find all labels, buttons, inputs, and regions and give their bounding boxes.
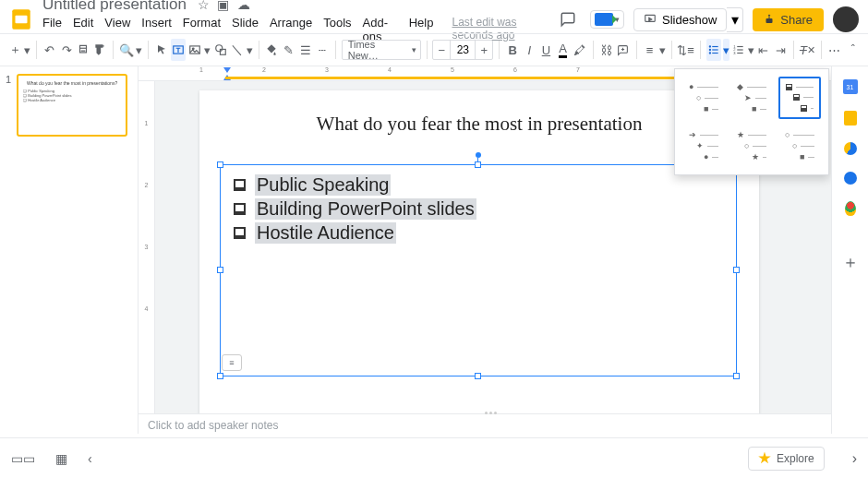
slideshow-dropdown[interactable]: ▾ <box>727 7 743 32</box>
clear-formatting-button[interactable]: T✕ <box>800 39 815 61</box>
svg-point-12 <box>708 49 710 51</box>
slide-thumbnail-1[interactable]: What do you fear the most in presentatio… <box>17 74 127 137</box>
calendar-icon[interactable] <box>843 79 858 94</box>
svg-rect-11 <box>712 46 717 47</box>
select-tool[interactable] <box>154 39 169 61</box>
keep-icon[interactable] <box>844 111 857 125</box>
move-icon[interactable]: ▣ <box>217 0 229 12</box>
svg-text:3: 3 <box>733 51 736 55</box>
grid-view-icon[interactable]: ▦ <box>55 451 67 466</box>
resize-handle[interactable] <box>217 267 223 273</box>
line-dropdown[interactable]: ▾ <box>247 39 253 61</box>
notes-resize-grip[interactable] <box>485 412 505 415</box>
autofit-toggle[interactable]: ≡ <box>222 354 242 371</box>
border-color-button[interactable]: ✎ <box>282 39 296 61</box>
resize-handle[interactable] <box>217 161 223 168</box>
italic-button[interactable]: I <box>522 39 536 61</box>
zoom-button[interactable]: 🔍 <box>119 39 134 61</box>
bold-button[interactable]: B <box>505 39 520 61</box>
bulleted-list-button[interactable] <box>706 39 721 61</box>
bullet-option-checkbox[interactable] <box>778 77 821 119</box>
textbox-selection[interactable]: Public Speaking Building PowerPoint slid… <box>220 164 737 376</box>
font-size-value[interactable]: 23 <box>450 41 476 59</box>
hide-sidepanel-icon[interactable]: › <box>852 450 857 467</box>
numbered-list-dropdown[interactable]: ▾ <box>748 39 754 61</box>
fill-color-button[interactable] <box>264 39 279 61</box>
bullet-option-disc[interactable]: ● ○ ■ <box>682 77 725 119</box>
font-size-control[interactable]: − 23 + <box>432 40 493 60</box>
bullet-list[interactable]: Public Speaking Building PowerPoint slid… <box>221 165 736 244</box>
app-header: Untitled presentation ☆ ▣ ☁ File Edit Vi… <box>0 0 868 33</box>
bullet-option-diamond[interactable]: ◆ ➤ ■ <box>730 77 773 119</box>
font-family-select[interactable]: Times New… <box>342 40 421 60</box>
filmstrip: 1 What do you fear the most in presentat… <box>0 66 139 434</box>
star-icon[interactable]: ☆ <box>198 0 210 12</box>
insert-link-button[interactable]: ⛓ <box>599 39 614 61</box>
bottom-bar: ▭▭ ▦ ‹ Explore › <box>0 437 868 478</box>
comments-icon[interactable] <box>555 6 581 32</box>
contacts-icon[interactable] <box>844 172 857 185</box>
svg-rect-13 <box>712 49 717 50</box>
increase-indent-button[interactable]: ⇥ <box>773 39 788 61</box>
add-addon-icon[interactable]: ＋ <box>842 251 859 273</box>
zoom-dropdown[interactable]: ▾ <box>136 39 142 61</box>
more-button[interactable]: ⋯ <box>827 39 842 61</box>
slides-logo <box>9 7 33 31</box>
collapse-filmstrip-icon[interactable]: ‹ <box>88 451 92 466</box>
line-spacing-button[interactable]: ⇅≡ <box>677 39 694 61</box>
collapse-toolbar-button[interactable]: ˆ <box>846 39 861 61</box>
bullet-option-arrow[interactable]: ➔ ✦ ● <box>682 125 725 167</box>
font-size-minus[interactable]: − <box>433 43 450 57</box>
resize-handle[interactable] <box>733 373 740 379</box>
image-tool[interactable] <box>187 39 202 61</box>
decrease-indent-button[interactable]: ⇤ <box>756 39 771 61</box>
underline-button[interactable]: U <box>538 39 553 61</box>
list-item: Public Speaking <box>234 174 736 196</box>
account-avatar[interactable] <box>833 6 859 32</box>
font-size-plus[interactable]: + <box>476 43 492 57</box>
meet-button[interactable]: ▾ <box>590 10 624 29</box>
image-dropdown[interactable]: ▾ <box>204 39 211 61</box>
explore-button[interactable]: Explore <box>748 447 825 471</box>
align-dropdown[interactable]: ▾ <box>659 39 666 61</box>
new-slide-button[interactable]: ＋ <box>7 39 22 61</box>
svg-rect-1 <box>16 16 28 24</box>
resize-handle[interactable] <box>475 161 481 168</box>
svg-rect-21 <box>737 53 742 54</box>
undo-button[interactable]: ↶ <box>42 39 57 61</box>
print-button[interactable] <box>76 39 90 61</box>
shape-tool[interactable] <box>212 39 227 61</box>
line-tool[interactable]: ＼ <box>230 39 245 61</box>
cloud-icon[interactable]: ☁ <box>237 0 250 12</box>
insert-comment-button[interactable] <box>616 39 631 61</box>
maps-icon[interactable] <box>845 201 856 216</box>
bulleted-list-dropdown[interactable]: ▾ <box>723 39 729 61</box>
vertical-ruler: 1234 <box>139 81 155 434</box>
textbox-tool[interactable] <box>171 39 186 61</box>
filmstrip-view-icon[interactable]: ▭▭ <box>11 451 35 466</box>
resize-handle[interactable] <box>217 373 223 379</box>
tasks-icon[interactable] <box>844 142 857 155</box>
resize-handle[interactable] <box>733 267 740 273</box>
align-button[interactable]: ≡ <box>642 39 657 61</box>
border-dash-button[interactable]: ┄ <box>315 39 330 61</box>
text-color-button[interactable]: A <box>556 39 571 61</box>
svg-point-10 <box>708 45 710 47</box>
resize-handle[interactable] <box>475 373 481 379</box>
rotate-handle[interactable] <box>476 152 481 158</box>
share-button[interactable]: Share <box>753 8 824 31</box>
svg-rect-15 <box>712 53 717 54</box>
bullet-option-hollow[interactable]: ○ ○ ■ <box>778 125 821 167</box>
border-weight-button[interactable]: ☰ <box>298 39 313 61</box>
canvas[interactable]: 1234567 1234 What do you fear the most i… <box>139 66 831 434</box>
paint-format-button[interactable] <box>92 39 107 61</box>
speaker-notes[interactable]: Click to add speaker notes <box>139 413 831 437</box>
redo-button[interactable]: ↷ <box>59 39 74 61</box>
doc-title[interactable]: Untitled presentation <box>42 0 187 14</box>
new-slide-dropdown[interactable]: ▾ <box>24 39 30 61</box>
bullet-option-star[interactable]: ★ ○ ★ <box>730 125 773 167</box>
numbered-list-button[interactable]: 123 <box>731 39 746 61</box>
svg-rect-9 <box>220 49 225 54</box>
highlight-color-button[interactable]: 🖍 <box>573 39 587 61</box>
slideshow-button[interactable]: Slideshow <box>633 8 727 31</box>
